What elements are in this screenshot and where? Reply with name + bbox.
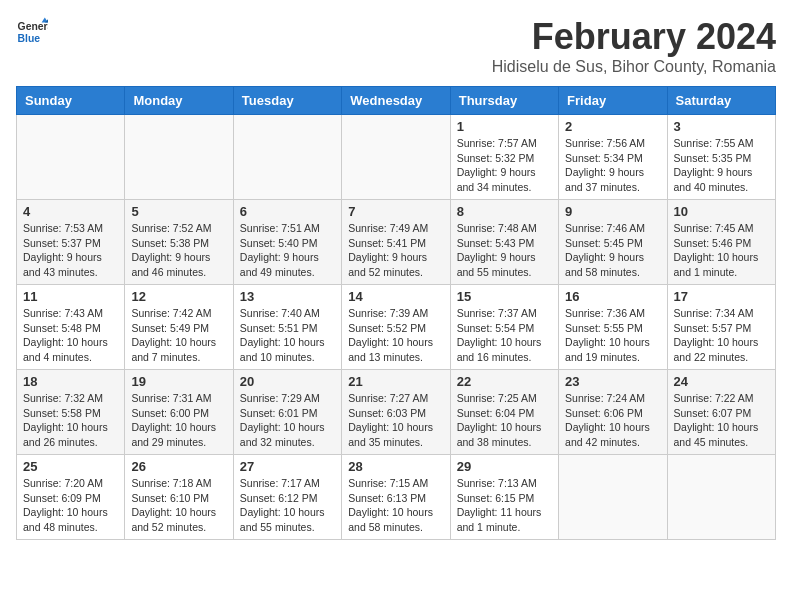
calendar-day-cell: 21Sunrise: 7:27 AM Sunset: 6:03 PM Dayli… bbox=[342, 370, 450, 455]
calendar-day-cell: 13Sunrise: 7:40 AM Sunset: 5:51 PM Dayli… bbox=[233, 285, 341, 370]
day-number: 9 bbox=[565, 204, 660, 219]
calendar-day-cell bbox=[559, 455, 667, 540]
weekday-header-cell: Monday bbox=[125, 87, 233, 115]
calendar-day-cell: 15Sunrise: 7:37 AM Sunset: 5:54 PM Dayli… bbox=[450, 285, 558, 370]
logo-icon: General Blue bbox=[16, 16, 48, 48]
day-info: Sunrise: 7:56 AM Sunset: 5:34 PM Dayligh… bbox=[565, 136, 660, 195]
weekday-header-cell: Wednesday bbox=[342, 87, 450, 115]
day-info: Sunrise: 7:34 AM Sunset: 5:57 PM Dayligh… bbox=[674, 306, 769, 365]
calendar-week-row: 11Sunrise: 7:43 AM Sunset: 5:48 PM Dayli… bbox=[17, 285, 776, 370]
day-info: Sunrise: 7:57 AM Sunset: 5:32 PM Dayligh… bbox=[457, 136, 552, 195]
calendar-day-cell: 6Sunrise: 7:51 AM Sunset: 5:40 PM Daylig… bbox=[233, 200, 341, 285]
calendar-body: 1Sunrise: 7:57 AM Sunset: 5:32 PM Daylig… bbox=[17, 115, 776, 540]
calendar-day-cell: 1Sunrise: 7:57 AM Sunset: 5:32 PM Daylig… bbox=[450, 115, 558, 200]
calendar-day-cell: 20Sunrise: 7:29 AM Sunset: 6:01 PM Dayli… bbox=[233, 370, 341, 455]
month-year-title: February 2024 bbox=[492, 16, 776, 58]
calendar-day-cell: 5Sunrise: 7:52 AM Sunset: 5:38 PM Daylig… bbox=[125, 200, 233, 285]
day-number: 21 bbox=[348, 374, 443, 389]
title-section: February 2024 Hidiselu de Sus, Bihor Cou… bbox=[492, 16, 776, 76]
day-number: 26 bbox=[131, 459, 226, 474]
day-number: 4 bbox=[23, 204, 118, 219]
calendar-day-cell: 12Sunrise: 7:42 AM Sunset: 5:49 PM Dayli… bbox=[125, 285, 233, 370]
calendar-day-cell: 23Sunrise: 7:24 AM Sunset: 6:06 PM Dayli… bbox=[559, 370, 667, 455]
weekday-header-row: SundayMondayTuesdayWednesdayThursdayFrid… bbox=[17, 87, 776, 115]
day-info: Sunrise: 7:29 AM Sunset: 6:01 PM Dayligh… bbox=[240, 391, 335, 450]
calendar-week-row: 25Sunrise: 7:20 AM Sunset: 6:09 PM Dayli… bbox=[17, 455, 776, 540]
calendar-table: SundayMondayTuesdayWednesdayThursdayFrid… bbox=[16, 86, 776, 540]
calendar-day-cell bbox=[17, 115, 125, 200]
svg-text:General: General bbox=[18, 21, 48, 32]
day-info: Sunrise: 7:22 AM Sunset: 6:07 PM Dayligh… bbox=[674, 391, 769, 450]
calendar-day-cell: 25Sunrise: 7:20 AM Sunset: 6:09 PM Dayli… bbox=[17, 455, 125, 540]
calendar-week-row: 18Sunrise: 7:32 AM Sunset: 5:58 PM Dayli… bbox=[17, 370, 776, 455]
day-info: Sunrise: 7:24 AM Sunset: 6:06 PM Dayligh… bbox=[565, 391, 660, 450]
day-info: Sunrise: 7:45 AM Sunset: 5:46 PM Dayligh… bbox=[674, 221, 769, 280]
calendar-day-cell: 11Sunrise: 7:43 AM Sunset: 5:48 PM Dayli… bbox=[17, 285, 125, 370]
day-number: 23 bbox=[565, 374, 660, 389]
weekday-header-cell: Sunday bbox=[17, 87, 125, 115]
location-subtitle: Hidiselu de Sus, Bihor County, Romania bbox=[492, 58, 776, 76]
day-number: 29 bbox=[457, 459, 552, 474]
day-number: 11 bbox=[23, 289, 118, 304]
day-number: 14 bbox=[348, 289, 443, 304]
day-number: 27 bbox=[240, 459, 335, 474]
day-number: 17 bbox=[674, 289, 769, 304]
day-info: Sunrise: 7:49 AM Sunset: 5:41 PM Dayligh… bbox=[348, 221, 443, 280]
calendar-day-cell: 26Sunrise: 7:18 AM Sunset: 6:10 PM Dayli… bbox=[125, 455, 233, 540]
day-number: 24 bbox=[674, 374, 769, 389]
calendar-day-cell: 29Sunrise: 7:13 AM Sunset: 6:15 PM Dayli… bbox=[450, 455, 558, 540]
day-number: 2 bbox=[565, 119, 660, 134]
day-number: 6 bbox=[240, 204, 335, 219]
day-number: 3 bbox=[674, 119, 769, 134]
day-info: Sunrise: 7:36 AM Sunset: 5:55 PM Dayligh… bbox=[565, 306, 660, 365]
calendar-day-cell: 2Sunrise: 7:56 AM Sunset: 5:34 PM Daylig… bbox=[559, 115, 667, 200]
day-info: Sunrise: 7:40 AM Sunset: 5:51 PM Dayligh… bbox=[240, 306, 335, 365]
day-number: 10 bbox=[674, 204, 769, 219]
calendar-day-cell: 28Sunrise: 7:15 AM Sunset: 6:13 PM Dayli… bbox=[342, 455, 450, 540]
day-number: 8 bbox=[457, 204, 552, 219]
calendar-day-cell: 3Sunrise: 7:55 AM Sunset: 5:35 PM Daylig… bbox=[667, 115, 775, 200]
day-number: 13 bbox=[240, 289, 335, 304]
calendar-day-cell: 24Sunrise: 7:22 AM Sunset: 6:07 PM Dayli… bbox=[667, 370, 775, 455]
day-info: Sunrise: 7:31 AM Sunset: 6:00 PM Dayligh… bbox=[131, 391, 226, 450]
day-number: 7 bbox=[348, 204, 443, 219]
calendar-day-cell: 27Sunrise: 7:17 AM Sunset: 6:12 PM Dayli… bbox=[233, 455, 341, 540]
day-info: Sunrise: 7:15 AM Sunset: 6:13 PM Dayligh… bbox=[348, 476, 443, 535]
day-number: 15 bbox=[457, 289, 552, 304]
day-info: Sunrise: 7:20 AM Sunset: 6:09 PM Dayligh… bbox=[23, 476, 118, 535]
svg-text:Blue: Blue bbox=[18, 33, 41, 44]
day-number: 22 bbox=[457, 374, 552, 389]
day-number: 28 bbox=[348, 459, 443, 474]
calendar-day-cell: 19Sunrise: 7:31 AM Sunset: 6:00 PM Dayli… bbox=[125, 370, 233, 455]
day-number: 12 bbox=[131, 289, 226, 304]
day-number: 18 bbox=[23, 374, 118, 389]
day-info: Sunrise: 7:53 AM Sunset: 5:37 PM Dayligh… bbox=[23, 221, 118, 280]
calendar-day-cell: 9Sunrise: 7:46 AM Sunset: 5:45 PM Daylig… bbox=[559, 200, 667, 285]
day-info: Sunrise: 7:37 AM Sunset: 5:54 PM Dayligh… bbox=[457, 306, 552, 365]
day-info: Sunrise: 7:42 AM Sunset: 5:49 PM Dayligh… bbox=[131, 306, 226, 365]
day-info: Sunrise: 7:43 AM Sunset: 5:48 PM Dayligh… bbox=[23, 306, 118, 365]
day-info: Sunrise: 7:46 AM Sunset: 5:45 PM Dayligh… bbox=[565, 221, 660, 280]
day-info: Sunrise: 7:39 AM Sunset: 5:52 PM Dayligh… bbox=[348, 306, 443, 365]
day-info: Sunrise: 7:18 AM Sunset: 6:10 PM Dayligh… bbox=[131, 476, 226, 535]
day-number: 20 bbox=[240, 374, 335, 389]
calendar-day-cell: 7Sunrise: 7:49 AM Sunset: 5:41 PM Daylig… bbox=[342, 200, 450, 285]
calendar-week-row: 4Sunrise: 7:53 AM Sunset: 5:37 PM Daylig… bbox=[17, 200, 776, 285]
day-info: Sunrise: 7:48 AM Sunset: 5:43 PM Dayligh… bbox=[457, 221, 552, 280]
day-number: 16 bbox=[565, 289, 660, 304]
weekday-header-cell: Friday bbox=[559, 87, 667, 115]
calendar-day-cell: 22Sunrise: 7:25 AM Sunset: 6:04 PM Dayli… bbox=[450, 370, 558, 455]
weekday-header-cell: Saturday bbox=[667, 87, 775, 115]
logo: General Blue bbox=[16, 16, 48, 48]
day-info: Sunrise: 7:55 AM Sunset: 5:35 PM Dayligh… bbox=[674, 136, 769, 195]
day-number: 1 bbox=[457, 119, 552, 134]
calendar-day-cell: 10Sunrise: 7:45 AM Sunset: 5:46 PM Dayli… bbox=[667, 200, 775, 285]
weekday-header-cell: Thursday bbox=[450, 87, 558, 115]
calendar-day-cell: 17Sunrise: 7:34 AM Sunset: 5:57 PM Dayli… bbox=[667, 285, 775, 370]
day-info: Sunrise: 7:27 AM Sunset: 6:03 PM Dayligh… bbox=[348, 391, 443, 450]
calendar-day-cell bbox=[342, 115, 450, 200]
calendar-day-cell: 4Sunrise: 7:53 AM Sunset: 5:37 PM Daylig… bbox=[17, 200, 125, 285]
calendar-day-cell: 16Sunrise: 7:36 AM Sunset: 5:55 PM Dayli… bbox=[559, 285, 667, 370]
day-info: Sunrise: 7:13 AM Sunset: 6:15 PM Dayligh… bbox=[457, 476, 552, 535]
calendar-day-cell bbox=[125, 115, 233, 200]
